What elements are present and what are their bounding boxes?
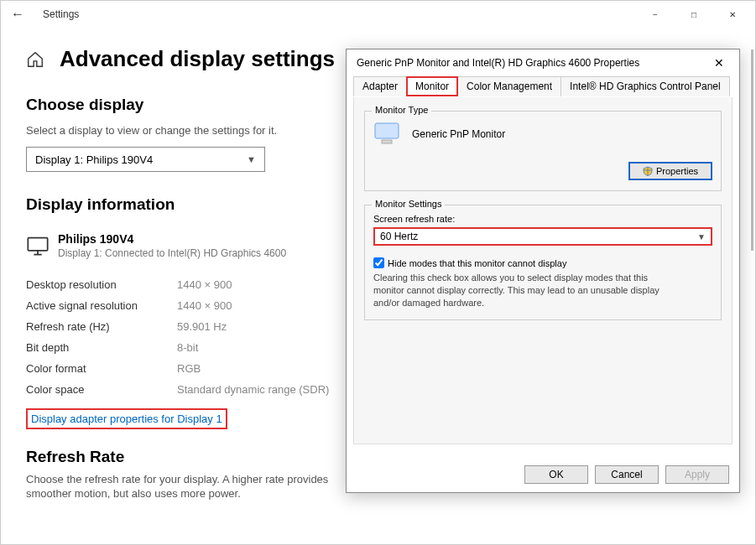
maximize-button[interactable]: □ (675, 1, 713, 28)
refresh-rate-label: Screen refresh rate: (373, 214, 712, 224)
monitor-icon (26, 234, 50, 261)
scrollbar[interactable] (751, 49, 753, 251)
properties-button[interactable]: Properties (628, 162, 712, 180)
dialog-title: Generic PnP Monitor and Intel(R) HD Grap… (357, 57, 709, 69)
monitor-settings-legend: Monitor Settings (372, 199, 445, 209)
close-button[interactable]: ✕ (713, 1, 752, 28)
window-controls: − □ ✕ (636, 1, 752, 28)
table-row: Refresh rate (Hz)59.901 Hz (26, 316, 329, 337)
dialog-tabs: Adapter Monitor Color Management Intel® … (347, 76, 739, 97)
dialog-buttons: OK Cancel Apply (524, 465, 729, 484)
table-row: Bit depth8-bit (26, 337, 329, 358)
monitor-type-group: Monitor Type Generic PnP Monitor Propert… (364, 111, 722, 191)
tab-intel-graphics[interactable]: Intel® HD Graphics Control Panel (560, 76, 730, 96)
hide-modes-description: Clearing this check box allows you to se… (373, 272, 675, 309)
table-row: Color spaceStandard dynamic range (SDR) (26, 379, 329, 400)
properties-button-label: Properties (656, 166, 698, 176)
tab-monitor[interactable]: Monitor (406, 76, 458, 96)
shield-icon (643, 166, 653, 176)
svg-rect-0 (28, 238, 47, 251)
info-table: Desktop resolution1440 × 900 Active sign… (26, 274, 329, 400)
display-selector-value: Display 1: Philips 190V4 (35, 153, 153, 166)
adapter-properties-link[interactable]: Display adapter properties for Display 1 (26, 408, 227, 429)
dialog-close-button[interactable]: ✕ (709, 56, 729, 70)
window-title: Settings (43, 8, 79, 20)
monitor-sub: Display 1: Connected to Intel(R) HD Grap… (58, 247, 286, 259)
dialog-titlebar: Generic PnP Monitor and Intel(R) HD Grap… (347, 49, 739, 76)
properties-dialog: Generic PnP Monitor and Intel(R) HD Grap… (346, 49, 740, 493)
hide-modes-checkbox[interactable] (373, 257, 384, 268)
display-selector[interactable]: Display 1: Philips 190V4 ▼ (26, 147, 265, 172)
home-icon[interactable] (26, 50, 44, 69)
table-row: Active signal resolution1440 × 900 (26, 295, 329, 316)
pnp-monitor-name: Generic PnP Monitor (412, 128, 505, 140)
apply-button[interactable]: Apply (665, 465, 729, 484)
cancel-button[interactable]: Cancel (595, 465, 659, 484)
table-row: Color formatRGB (26, 358, 329, 379)
monitor-type-legend: Monitor Type (372, 105, 431, 115)
back-button[interactable]: ← (4, 7, 31, 22)
tab-adapter[interactable]: Adapter (353, 76, 407, 96)
chevron-down-icon: ▼ (697, 232, 706, 241)
monitor-settings-group: Monitor Settings Screen refresh rate: 60… (364, 205, 722, 320)
chevron-down-icon: ▼ (247, 154, 256, 164)
refresh-rate-sub: Choose the refresh rate for your display… (26, 473, 345, 501)
ok-button[interactable]: OK (524, 465, 588, 484)
pnp-monitor-icon (373, 122, 402, 147)
tab-color-management[interactable]: Color Management (457, 76, 561, 96)
refresh-rate-value: 60 Hertz (380, 231, 418, 242)
dialog-panel: Monitor Type Generic PnP Monitor Propert… (353, 97, 733, 444)
svg-rect-1 (375, 123, 399, 138)
hide-modes-label: Hide modes that this monitor cannot disp… (388, 258, 566, 268)
refresh-rate-select[interactable]: 60 Hertz ▼ (373, 227, 712, 246)
svg-rect-2 (382, 140, 392, 143)
minimize-button[interactable]: − (636, 1, 675, 28)
page-title: Advanced display settings (60, 46, 335, 72)
table-row: Desktop resolution1440 × 900 (26, 274, 329, 295)
titlebar: ← Settings − □ ✕ (1, 1, 755, 28)
monitor-name: Philips 190V4 (58, 232, 286, 246)
hide-modes-row[interactable]: Hide modes that this monitor cannot disp… (373, 257, 712, 268)
